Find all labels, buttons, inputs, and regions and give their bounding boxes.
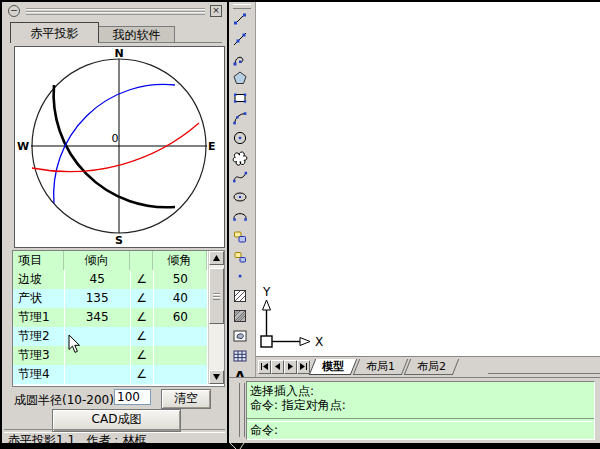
command-history-line: 命令: 指定对角点: [247, 398, 594, 412]
polyline-icon[interactable] [231, 50, 251, 70]
table-row[interactable]: 节理1 345 ∠ 60 [13, 308, 207, 328]
angle-icon: ∠ [131, 289, 154, 308]
ucs-icon: Y X [258, 285, 324, 354]
table-row[interactable]: 节理4 ∠ [13, 365, 207, 385]
tab-model[interactable]: 模型 [309, 359, 357, 375]
label-south: S [115, 234, 123, 245]
toolbar-grip[interactable] [233, 4, 251, 9]
hatch-icon[interactable] [231, 287, 251, 307]
angle-icon: ∠ [131, 308, 154, 327]
mouse-cursor [68, 334, 83, 358]
rectangle-icon[interactable] [231, 89, 251, 109]
tab-layout1[interactable]: 布局1 [353, 359, 408, 375]
rollup-icon[interactable]: − [8, 5, 20, 17]
cell-dip-angle[interactable] [154, 346, 207, 365]
ellipse-arc-icon[interactable] [231, 208, 251, 228]
cell-dip-direction[interactable]: 45 [65, 270, 131, 289]
command-text-area[interactable]: 选择插入点: 命令: 指定对角点: 命令: [246, 381, 595, 440]
thumb-grip [213, 293, 220, 300]
insert-block-icon[interactable] [231, 228, 251, 248]
revision-cloud-icon[interactable] [231, 149, 251, 169]
table-scrollbar[interactable] [208, 251, 224, 384]
label-north: N [114, 47, 123, 60]
cell-dip-direction[interactable]: 345 [65, 308, 131, 327]
cell-item[interactable]: 产状 [13, 289, 65, 308]
first-tab-icon[interactable] [258, 360, 271, 374]
scrollbar-thumb[interactable] [209, 268, 224, 324]
make-block-icon[interactable] [231, 248, 251, 268]
layout-tab-bar: 模型 布局1 布局2 [256, 356, 600, 377]
command-prompt[interactable]: 命令: [247, 423, 594, 437]
tab-my-software[interactable]: 我的软件 [98, 26, 175, 43]
drawing-canvas[interactable]: Y X [256, 2, 600, 356]
table-row[interactable]: 节理2 ∠ [13, 327, 207, 347]
cell-dip-direction[interactable]: 135 [65, 289, 131, 308]
line-icon[interactable] [231, 10, 251, 30]
ucs-x-label: X [315, 335, 323, 349]
table-header-row: 项目 倾向 倾角 [13, 251, 207, 271]
circle-icon[interactable] [231, 129, 251, 149]
tab-label: 赤平投影 [31, 26, 79, 40]
label-west: W [17, 140, 29, 153]
cell-dip-angle[interactable]: 50 [154, 270, 207, 289]
prev-tab-icon[interactable] [271, 360, 284, 374]
cell-dip-angle[interactable]: 40 [154, 289, 207, 308]
arc-icon[interactable] [231, 109, 251, 129]
svg-text:A: A [235, 368, 246, 377]
angle-icon: ∠ [131, 270, 154, 289]
cell-item[interactable]: 边坡 [13, 270, 65, 289]
close-icon[interactable]: × [210, 5, 222, 17]
scroll-up-icon[interactable] [209, 251, 224, 265]
table-row[interactable]: 产状 135 ∠ 40 [13, 289, 207, 309]
titlebar-grip[interactable] [26, 8, 205, 15]
command-window: 选择插入点: 命令: 指定对角点: 命令: [229, 377, 600, 443]
label-center: 0 [112, 132, 119, 145]
polygon-icon[interactable] [231, 69, 251, 89]
angle-icon: ∠ [131, 346, 154, 365]
point-icon[interactable] [231, 267, 251, 287]
cell-dip-angle[interactable] [154, 327, 207, 346]
command-splitter-grip[interactable] [239, 383, 245, 437]
radius-label: 成圆半径(10-200) [14, 392, 114, 409]
tab-layout2[interactable]: 布局2 [404, 359, 459, 375]
cell-item[interactable]: 节理3 [13, 346, 65, 365]
radius-input[interactable] [114, 389, 151, 405]
last-tab-icon[interactable] [297, 360, 310, 374]
region-icon[interactable] [231, 327, 251, 347]
header-dip-angle: 倾角 [153, 251, 207, 270]
cell-dip-angle[interactable] [154, 365, 207, 384]
bottom-edge [0, 443, 600, 449]
multiline-text-icon[interactable]: A [231, 366, 251, 377]
cell-item[interactable]: 节理2 [13, 327, 65, 346]
tab-label: 布局1 [366, 360, 395, 374]
next-tab-icon[interactable] [284, 360, 297, 374]
cell-item[interactable]: 节理4 [13, 365, 65, 384]
ucs-y-label: Y [262, 285, 271, 299]
draw-toolbar-items: A [229, 10, 255, 377]
tab-stereographic-projection[interactable]: 赤平投影 [10, 22, 99, 43]
command-history-line: 选择插入点: [247, 384, 594, 398]
tab-label: 布局2 [417, 360, 446, 374]
table-row[interactable]: 边坡 45 ∠ 50 [13, 270, 207, 290]
angle-icon: ∠ [131, 365, 154, 384]
ellipse-icon[interactable] [231, 188, 251, 208]
cell-dip-direction[interactable] [65, 365, 131, 384]
stereonet-plot: N S W E 0 [14, 46, 225, 248]
orientation-table: 项目 倾向 倾角 边坡 45 ∠ 50 产状 135 ∠ 40 节理1 345 … [12, 250, 225, 387]
great-circle-red [32, 123, 199, 172]
panel-titlebar[interactable]: − × [4, 4, 225, 18]
tab-label: 模型 [322, 360, 344, 374]
table-icon[interactable] [231, 347, 251, 367]
gradient-icon[interactable] [231, 307, 251, 327]
spline-icon[interactable] [231, 168, 251, 188]
scroll-down-icon[interactable] [209, 370, 224, 384]
construction-line-icon[interactable] [231, 30, 251, 50]
clear-button[interactable]: 清空 [161, 389, 211, 409]
cell-dip-angle[interactable]: 60 [154, 308, 207, 327]
command-history: 选择插入点: 命令: 指定对角点: [247, 384, 594, 412]
command-divider[interactable] [247, 418, 594, 422]
label-east: E [208, 140, 216, 153]
header-item: 项目 [13, 251, 64, 270]
table-row[interactable]: 节理3 ∠ [13, 346, 207, 366]
cell-item[interactable]: 节理1 [13, 308, 65, 327]
